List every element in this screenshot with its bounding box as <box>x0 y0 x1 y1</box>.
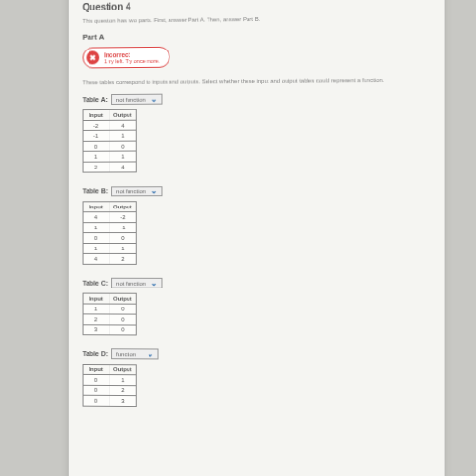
table-b: InputOutput 4-2 1-1 00 11 42 <box>83 201 137 265</box>
table-row: 11 <box>83 151 136 162</box>
table-a-label: Table A: <box>83 96 108 103</box>
table-d: InputOutput 01 02 03 <box>83 364 137 407</box>
table-d-label: Table D: <box>83 350 109 357</box>
table-b-label: Table B: <box>83 188 109 194</box>
table-row: 03 <box>83 395 136 406</box>
dropdown-value: function <box>116 351 142 357</box>
table-d-section: Table D: function ⌄ InputOutput 01 02 03 <box>83 348 430 408</box>
table-row: 4-2 <box>83 212 136 223</box>
table-c-dropdown[interactable]: not function ⌄ <box>111 278 162 288</box>
col-header: Input <box>83 109 109 120</box>
dropdown-value: not function <box>116 188 146 194</box>
col-header: Output <box>109 293 136 304</box>
incorrect-badge: ✖ Incorrect 1 try left. Try once more. <box>83 47 170 69</box>
question-title: Question 4 <box>83 0 430 12</box>
table-row: 02 <box>83 385 136 395</box>
incorrect-sub: 1 try left. Try once more. <box>104 57 160 63</box>
table-row: 1-1 <box>83 223 136 233</box>
table-c: InputOutput 10 20 30 <box>83 293 137 336</box>
table-row: -11 <box>83 130 136 141</box>
chevron-down-icon: ⌄ <box>150 95 157 104</box>
table-c-label: Table C: <box>83 280 109 287</box>
col-header: Output <box>109 109 136 120</box>
col-header: Output <box>109 202 136 212</box>
table-row: 10 <box>83 304 136 314</box>
chevron-down-icon: ⌄ <box>151 187 158 195</box>
table-row: 30 <box>83 325 136 335</box>
col-header: Input <box>83 364 109 374</box>
table-b-section: Table B: not function ⌄ InputOutput 4-2 … <box>83 186 430 266</box>
table-row: 42 <box>83 253 136 264</box>
col-header: Input <box>83 293 109 304</box>
table-row: -24 <box>83 120 136 130</box>
part-a-label: Part A <box>83 30 430 41</box>
table-row: 24 <box>83 162 136 172</box>
table-d-dropdown[interactable]: function ⌄ <box>111 348 158 359</box>
table-b-dropdown[interactable]: not function ⌄ <box>111 186 162 196</box>
dropdown-value: not function <box>116 96 146 102</box>
table-a: InputOutput -24 -11 00 11 24 <box>83 109 137 173</box>
table-a-dropdown[interactable]: not function ⌄ <box>111 94 162 105</box>
chevron-down-icon: ⌄ <box>151 279 158 288</box>
table-row: 00 <box>83 233 136 244</box>
table-row: 00 <box>83 141 136 151</box>
question-prompt: These tables correspond to inputs and ou… <box>83 77 430 86</box>
question-instructions: This question has two parts. First, answ… <box>83 14 430 24</box>
table-c-section: Table C: not function ⌄ InputOutput 10 2… <box>83 278 430 337</box>
col-header: Output <box>109 365 136 375</box>
table-row: 20 <box>83 314 136 325</box>
table-row: 01 <box>83 374 136 385</box>
incorrect-icon: ✖ <box>86 50 99 64</box>
table-row: 11 <box>83 243 136 253</box>
chevron-down-icon: ⌄ <box>148 349 154 358</box>
dropdown-value: not function <box>116 280 146 286</box>
col-header: Input <box>83 202 109 212</box>
table-a-section: Table A: not function ⌄ InputOutput -24 … <box>83 92 430 173</box>
